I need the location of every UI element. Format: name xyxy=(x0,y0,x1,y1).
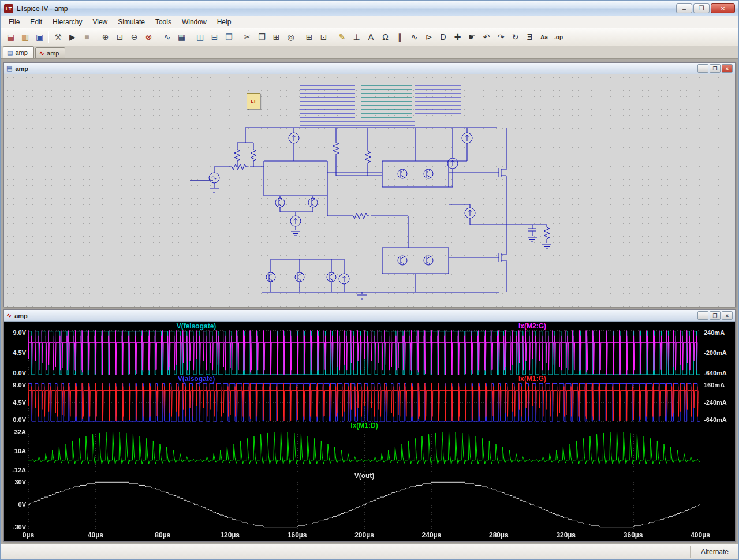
menu-item-file[interactable]: File xyxy=(3,17,25,27)
y-tick: 0.0V xyxy=(13,416,26,423)
x-tick: 200µs xyxy=(354,531,374,539)
plot-pane-4-canvas[interactable] xyxy=(28,480,700,529)
capacitor-button[interactable]: ∥ xyxy=(393,30,407,44)
print-preview-button[interactable]: ⊡ xyxy=(316,30,331,44)
ground-button[interactable]: ⊥ xyxy=(349,30,364,44)
menu-item-view[interactable]: View xyxy=(87,17,113,27)
halt-button[interactable]: ■ xyxy=(80,30,94,44)
paste-button[interactable]: ⊞ xyxy=(269,30,283,44)
y-tick: 9.0V xyxy=(13,382,26,389)
x-axis-labels: 0µs40µs80µs120µs160µs200µs240µs280µs320µ… xyxy=(28,529,700,540)
schematic-restore-button[interactable]: ❐ xyxy=(710,64,721,73)
text-button[interactable]: Aa xyxy=(537,30,551,44)
control-panel-button[interactable]: ⚒ xyxy=(51,30,65,44)
toolbar-separator xyxy=(333,31,333,43)
x-tick: 160µs xyxy=(288,531,307,539)
trace-label[interactable]: Ix(M1:D) xyxy=(28,422,700,430)
drag-button[interactable]: ☛ xyxy=(465,30,479,44)
toolbar-separator xyxy=(96,31,96,43)
toolbar-separator xyxy=(191,31,191,43)
toolbar-separator xyxy=(238,31,238,43)
schematic-minimize-button[interactable]: – xyxy=(697,64,708,73)
schematic-window-title: amp xyxy=(15,65,28,72)
menu-item-help[interactable]: Help xyxy=(212,17,237,27)
waveform-restore-button[interactable]: ❐ xyxy=(710,311,721,320)
pane-3-left-axis: 32A 10A -12A xyxy=(4,430,28,472)
y-tick: 10A xyxy=(14,447,26,454)
trace-label[interactable]: V(alsogate) xyxy=(28,375,364,383)
undo-button[interactable]: ↶ xyxy=(479,30,494,44)
y-tick: -240mA xyxy=(704,399,727,406)
open-file-button[interactable]: ▥ xyxy=(18,30,32,44)
inductor-button[interactable]: ∿ xyxy=(407,30,421,44)
waveform-close-button[interactable]: × xyxy=(722,311,733,320)
zoom-out-button[interactable]: ⊖ xyxy=(127,30,141,44)
find-button[interactable]: ◎ xyxy=(283,30,298,44)
tile-vertically-button[interactable]: ◫ xyxy=(193,30,207,44)
save-button[interactable]: ▣ xyxy=(32,30,47,44)
wire-button[interactable]: ✎ xyxy=(335,30,349,44)
tile-horizontally-button[interactable]: ⊟ xyxy=(207,30,222,44)
move-button[interactable]: ✚ xyxy=(450,30,465,44)
waveform-minimize-button[interactable]: – xyxy=(697,311,708,320)
plot-pane-3-canvas[interactable] xyxy=(28,430,700,472)
cascade-windows-button[interactable]: ❐ xyxy=(222,30,236,44)
mirror-button[interactable]: Ǝ xyxy=(522,30,537,44)
zoom-full-extents-button[interactable]: ⊗ xyxy=(141,30,156,44)
y-tick: 4.5V xyxy=(13,349,26,356)
title-bar: LT LTspice IV - amp – ❐ × xyxy=(1,1,738,16)
schematic-canvas[interactable]: LT xyxy=(4,74,735,307)
run-button[interactable]: ▶ xyxy=(65,30,80,44)
trace-label[interactable]: Ix(M1:G) xyxy=(364,375,700,383)
y-tick: -640mA xyxy=(704,416,727,423)
copy-button[interactable]: ❒ xyxy=(255,30,269,44)
trace-label[interactable]: Ix(M2:G) xyxy=(364,323,700,330)
component-button[interactable]: D xyxy=(436,30,450,44)
x-tick: 80µs xyxy=(155,531,170,539)
pane-3-trace-labels: Ix(M1:D) xyxy=(28,422,700,430)
new-schematic-button[interactable]: ▤ xyxy=(3,30,18,44)
resistor-button[interactable]: Ω xyxy=(378,30,393,44)
zoom-back-button[interactable]: ⊡ xyxy=(113,30,127,44)
net-label-text xyxy=(190,180,213,182)
redo-button[interactable]: ↷ xyxy=(494,30,508,44)
menu-item-hierarchy[interactable]: Hierarchy xyxy=(47,17,87,27)
menu-item-window[interactable]: Window xyxy=(177,17,212,27)
y-tick: 160mA xyxy=(704,382,725,389)
diode-button[interactable]: ⊳ xyxy=(421,30,436,44)
x-tick: 240µs xyxy=(422,531,442,539)
menu-item-tools[interactable]: Tools xyxy=(150,17,177,27)
menu-item-edit[interactable]: Edit xyxy=(25,17,47,27)
trace-label[interactable]: V(felsogate) xyxy=(28,323,364,330)
rotate-button[interactable]: ↻ xyxy=(508,30,522,44)
menu-item-simulate[interactable]: Simulate xyxy=(113,17,150,27)
plot-pane-2-canvas[interactable] xyxy=(28,383,700,422)
tab-schematic-amp[interactable]: ▤amp xyxy=(3,46,34,58)
pane-2-trace-labels: V(alsogate) Ix(M1:G) xyxy=(28,375,700,383)
x-tick: 0µs xyxy=(23,531,34,539)
print-button[interactable]: ⊞ xyxy=(302,30,316,44)
plot-settings-button[interactable]: ▦ xyxy=(174,30,189,44)
y-tick: -12A xyxy=(12,466,26,473)
y-tick: -30V xyxy=(13,524,26,531)
waveform-icon: ∿ xyxy=(6,312,12,319)
spice-directive-button[interactable]: .op xyxy=(551,30,566,44)
close-button[interactable]: × xyxy=(711,3,735,13)
schematic-window-titlebar[interactable]: ▤ amp – ❐ × xyxy=(4,63,735,74)
zoom-in-button[interactable]: ⊕ xyxy=(98,30,113,44)
label-net-button[interactable]: A xyxy=(364,30,378,44)
waveform-window-title: amp xyxy=(14,312,28,319)
maximize-button[interactable]: ❐ xyxy=(693,3,710,13)
tab-waveform-amp[interactable]: ∿amp xyxy=(35,47,66,58)
waveform-window-titlebar[interactable]: ∿ amp – ❐ × xyxy=(4,310,735,322)
plot-pane-1-canvas[interactable] xyxy=(28,330,700,375)
minimize-button[interactable]: – xyxy=(676,3,692,13)
schematic-close-button[interactable]: × xyxy=(722,64,733,73)
y-tick: 0.0V xyxy=(13,369,26,376)
y-tick: 9.0V xyxy=(13,329,26,336)
trace-label[interactable]: V(out) xyxy=(28,472,700,480)
x-tick: 40µs xyxy=(88,531,103,539)
toolbar-separator xyxy=(48,31,49,43)
autorange-y-axis-button[interactable]: ∿ xyxy=(160,30,174,44)
cut-button[interactable]: ✂ xyxy=(240,30,255,44)
